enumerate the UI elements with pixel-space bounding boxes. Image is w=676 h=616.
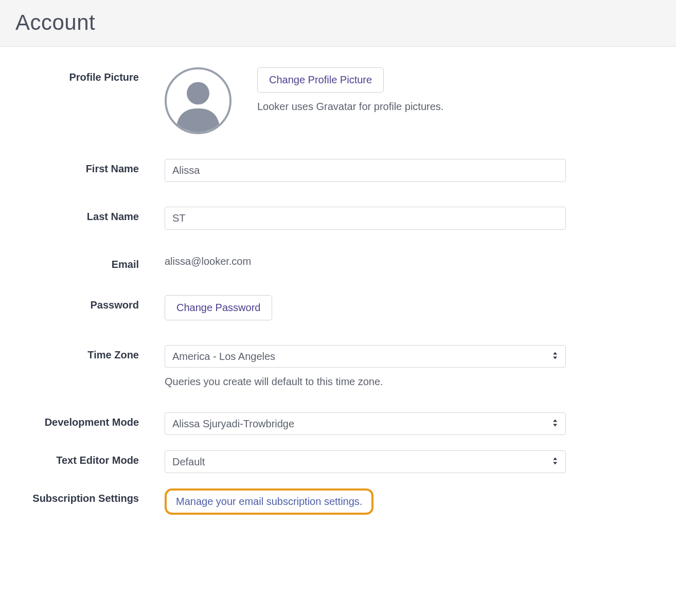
avatar-placeholder-icon <box>167 69 229 132</box>
last-name-input[interactable] <box>165 207 566 230</box>
label-subscription-settings: Subscription Settings <box>31 488 165 504</box>
label-development-mode: Development Mode <box>31 412 165 428</box>
row-subscription-settings: Subscription Settings Manage your email … <box>31 488 645 515</box>
row-time-zone: Time Zone America - Los Angeles Queries … <box>31 345 645 388</box>
subscription-highlight: Manage your email subscription settings. <box>165 488 373 515</box>
manage-subscription-link[interactable]: Manage your email subscription settings. <box>176 496 362 507</box>
label-first-name: First Name <box>31 159 165 175</box>
svg-point-0 <box>187 82 209 104</box>
change-password-button[interactable]: Change Password <box>165 295 272 320</box>
account-form: Profile Picture Change Profile Picture L… <box>0 47 676 535</box>
avatar <box>165 67 232 134</box>
label-text-editor-mode: Text Editor Mode <box>31 450 165 466</box>
row-password: Password Change Password <box>31 295 645 320</box>
time-zone-helper: Queries you create will default to this … <box>165 376 566 388</box>
row-development-mode: Development Mode Alissa Sjuryadi-Trowbri… <box>31 412 645 435</box>
label-time-zone: Time Zone <box>31 345 165 361</box>
row-email: Email alissa@looker.com <box>31 255 645 270</box>
label-profile-picture: Profile Picture <box>31 67 165 83</box>
page-title: Account <box>15 10 661 35</box>
first-name-input[interactable] <box>165 159 566 182</box>
label-last-name: Last Name <box>31 207 165 223</box>
page-header: Account <box>0 0 676 47</box>
development-mode-select[interactable]: Alissa Sjuryadi-Trowbridge <box>165 412 566 435</box>
row-profile-picture: Profile Picture Change Profile Picture L… <box>31 67 645 134</box>
time-zone-select[interactable]: America - Los Angeles <box>165 345 566 368</box>
label-email: Email <box>31 255 165 270</box>
row-first-name: First Name <box>31 159 645 182</box>
profile-picture-helper: Looker uses Gravatar for profile picture… <box>257 101 443 113</box>
change-profile-picture-button[interactable]: Change Profile Picture <box>257 67 384 93</box>
email-value: alissa@looker.com <box>165 255 566 267</box>
label-password: Password <box>31 295 165 311</box>
row-last-name: Last Name <box>31 207 645 230</box>
row-text-editor-mode: Text Editor Mode Default <box>31 450 645 473</box>
text-editor-mode-select[interactable]: Default <box>165 450 566 473</box>
field-profile-picture: Change Profile Picture Looker uses Grava… <box>165 67 566 134</box>
